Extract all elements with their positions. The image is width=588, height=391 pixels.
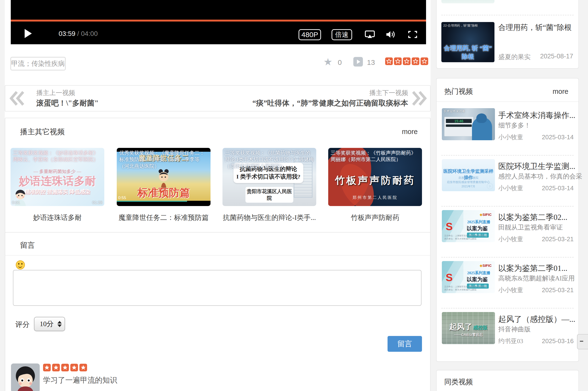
- led-display: 15:46: [446, 119, 472, 123]
- play-count-icon: [353, 57, 363, 67]
- more-link[interactable]: more: [553, 88, 568, 96]
- sidebar-featured-card: 22-合理用药，斩“菌”除根 合理用药, 斩 “菌” 除根 合理用药，斩“菌”除…: [436, 0, 579, 69]
- fullscreen-icon: [408, 30, 418, 39]
- comment-text: 学习了一遍甲流的知识: [43, 375, 117, 385]
- video-thumbnail[interactable]: 抗菌药物与医生的辩论 I 类手术切口该不该用我? 贵阳市花溪区人民医院 三等奖获…: [223, 148, 316, 206]
- video-thumbnail[interactable]: S ◆SIFIC 2025系列直播 以案为鉴 第二季 第一期 主办单位：上海斯菲…: [442, 261, 495, 293]
- thumb-main-text: 以案为鉴: [467, 276, 488, 283]
- prev-video-label: 播主上一视频: [36, 89, 75, 97]
- favorite-star-icon[interactable]: ★: [324, 56, 333, 68]
- submit-comment-button[interactable]: 留言: [388, 336, 422, 352]
- rating-star-icon[interactable]: [394, 57, 402, 65]
- page: 03:59 / 04:00 480P 倍速 甲流；传染性疾病 ★ 0 13: [0, 0, 588, 391]
- thumb-main-text2: I 类手术切口该不该用我?: [235, 173, 302, 181]
- thumb-main-text: 起风了 感控版: [442, 322, 495, 332]
- panel-graphic: 15:46: [444, 117, 473, 136]
- next-video-button[interactable]: [410, 91, 427, 107]
- rating-label: 评分: [15, 320, 30, 329]
- fullscreen-button[interactable]: [408, 30, 418, 40]
- rating-select-value: 10分: [40, 319, 54, 329]
- thumb-time-end: 01:28: [92, 200, 102, 205]
- prev-video-title[interactable]: 滚蛋吧！\"多耐菌": [36, 98, 98, 108]
- video-thumbnail[interactable]: 15:46 手术室终末消毒: [442, 108, 495, 140]
- video-title[interactable]: 合理用药，斩“菌”除根: [498, 22, 572, 33]
- rating-stars[interactable]: [385, 57, 428, 65]
- thumb-live-text: 2025系列直播: [467, 271, 490, 276]
- thumb-line: 启东市人民医院: [442, 176, 495, 180]
- comment-star-icon: [80, 364, 87, 371]
- comment-star-icon: [52, 364, 60, 371]
- video-author[interactable]: 小小牧童: [498, 184, 523, 193]
- thumb-org-line: 主办单位：上海斯菲克生物应用技术研究中心: [444, 234, 487, 237]
- emoji-picker-button[interactable]: [16, 260, 25, 270]
- video-author[interactable]: 小小牧童: [498, 286, 523, 294]
- thumb-main-text: 竹板声声防耐药: [328, 174, 422, 187]
- comment-star-icon: [70, 364, 78, 371]
- more-link[interactable]: more: [402, 128, 418, 136]
- hot-videos-card: 热门视频 more 15:46 手术室终末消毒 手术室终末消毒操作... 细节多…: [436, 78, 579, 362]
- video-date: 2025-03-14: [542, 185, 574, 192]
- video-author[interactable]: 小小牧童: [498, 133, 523, 141]
- video-thumbnail[interactable]: 三等奖获奖视频：《妙语连珠话多耐》周峻云、李亚晗（东部战区空军医院） — 多重耐…: [10, 148, 104, 206]
- video-title[interactable]: 魔童降世任务二：标准预防篇: [117, 213, 211, 222]
- video-title[interactable]: 医院环境卫生学监测...: [498, 161, 575, 172]
- partial-thumbnail[interactable]: [441, 0, 495, 3]
- video-player: 03:59 / 04:00 480P 倍速: [11, 0, 426, 44]
- video-author[interactable]: 约书亚03: [498, 337, 523, 345]
- time-display: 03:59 / 04:00: [59, 30, 98, 38]
- video-date: 2025-08-17: [540, 53, 573, 60]
- video-title[interactable]: 以案为鉴第二季01...: [498, 263, 575, 274]
- thumb-sub-text: 标准预防篇: [117, 186, 211, 200]
- video-author[interactable]: 小小牧童: [498, 235, 523, 243]
- thumb-line: 启东市医院感染管理质量控制中心: [442, 180, 495, 184]
- volume-button[interactable]: [385, 30, 396, 40]
- rating-star-icon[interactable]: [420, 57, 428, 65]
- prev-next-nav: 播主上一视频 滚蛋吧！\"多耐菌" 播主下一视频 “痰”吐得体，“肺”常健康之如…: [5, 85, 431, 111]
- video-title[interactable]: 抗菌药物与医生的辩论-I类手...: [223, 213, 316, 222]
- video-thumbnail[interactable]: 医院环境卫生学监测采样操作 启东市人民医院 启东市医院感染管理质量控制中心 20…: [442, 159, 495, 191]
- uploader-other-videos-section: 播主其它视频 more 三等奖获奖视频：《妙语连珠话多耐》周峻云、李亚晗（东部战…: [5, 118, 431, 236]
- thumb-progress: [117, 201, 187, 202]
- video-date: 2025-03-21: [542, 235, 574, 243]
- sific-s-logo: S: [446, 272, 453, 284]
- video-title[interactable]: 起风了（感控版）—...: [498, 314, 575, 325]
- play-button[interactable]: [25, 29, 32, 38]
- rating-star-icon[interactable]: [403, 57, 411, 65]
- speed-button[interactable]: 倍速: [332, 29, 352, 40]
- video-thumbnail[interactable]: S ◆SIFIC 2025系列直播 以案为鉴 第二季 第二期 主办单位：上海斯菲…: [442, 210, 495, 242]
- video-title[interactable]: 手术室终末消毒操作...: [498, 110, 575, 121]
- video-title[interactable]: 以案为鉴第二季02...: [498, 212, 575, 223]
- thumb-overlay-text: 优秀奖获奖视频：《魔童降世任务二：标准预防篇》时培英、陈峥、李李等（河北燕达医院…: [117, 148, 211, 171]
- video-author[interactable]: 盛夏的果实: [498, 53, 531, 61]
- thumb-overlay-text: 三等奖获奖视频：《妙语连珠话多耐》周峻云、李亚晗（东部战区空军医院）: [10, 148, 104, 165]
- video-thumbnail[interactable]: 22-合理用药，斩“菌”除根 合理用药, 斩 “菌” 除根: [441, 22, 495, 62]
- next-video-title[interactable]: “痰”吐得体，“肺”常健康之如何正确留取痰标本: [252, 98, 408, 108]
- video-thumbnail[interactable]: 起风了 感控版 ——CRBSI零容忍: [442, 312, 495, 344]
- comment-input[interactable]: [13, 270, 421, 306]
- thumb-sub-text: ——CRBSI零容忍: [442, 333, 495, 337]
- quality-button[interactable]: 480P: [299, 29, 321, 40]
- video-title[interactable]: 妙语连珠话多耐: [10, 213, 104, 222]
- section-title: 播主其它视频: [20, 127, 65, 137]
- progress-bar[interactable]: [11, 20, 426, 21]
- airplay-button[interactable]: [364, 30, 375, 40]
- mini-play-icon: [487, 183, 493, 189]
- thumb-org-line: 承办单位：复旦大学附属中山医院: [444, 288, 477, 292]
- rating-select[interactable]: 10分: [34, 317, 65, 331]
- airplay-icon: [364, 30, 375, 39]
- thumb-main-text: 合理用药, 斩 “菌” 除根: [441, 44, 495, 61]
- avatar-boy-icon: [11, 364, 40, 391]
- video-thumbnail[interactable]: 竹板声声防耐药 郑州市第二人民医院 三等奖获奖视频：《竹板声声防耐药》周丽娜（郑…: [328, 148, 422, 206]
- rating-star-icon[interactable]: [412, 57, 419, 65]
- scroll-widget[interactable]: [577, 334, 588, 349]
- avatar: [11, 364, 40, 391]
- thumb-sub-text: 贵阳市花溪区人民医院: [246, 187, 293, 203]
- comments-section: 留言 评分 10分 留言: [5, 232, 431, 391]
- prev-video-button[interactable]: [9, 91, 27, 107]
- rating-star-icon[interactable]: [385, 57, 393, 65]
- video-title[interactable]: 竹板声声防耐药: [328, 213, 422, 222]
- video-subtitle: 抖音神曲版: [498, 325, 531, 334]
- thumb-overlay-text: 三等奖获奖视频：《抗菌药物与医生的辩论-I类手术切口该不该用我？》韩健梅（贵阳市…: [223, 148, 316, 171]
- video-thumbnail[interactable]: 魔童降世任务二 标准预防篇 优秀奖获奖视频：《魔童降世任务二：标准预防篇》时培英…: [117, 148, 211, 206]
- nurse-cap: [476, 113, 487, 123]
